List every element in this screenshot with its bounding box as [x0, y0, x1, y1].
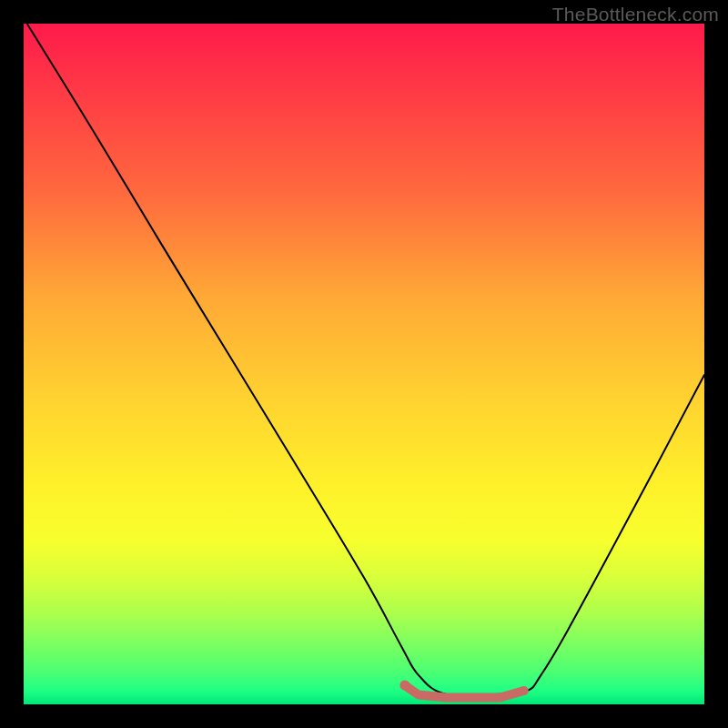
curve-layer — [27, 24, 704, 696]
plot-area — [24, 24, 704, 704]
watermark-text: TheBottleneck.com — [552, 4, 719, 25]
chart-svg — [24, 24, 704, 704]
chart-frame: TheBottleneck.com — [0, 0, 728, 728]
main-curve — [27, 24, 704, 696]
optimal-range-marker — [405, 685, 524, 697]
optimal-start-dot — [399, 681, 410, 691]
marker-layer — [399, 681, 523, 698]
